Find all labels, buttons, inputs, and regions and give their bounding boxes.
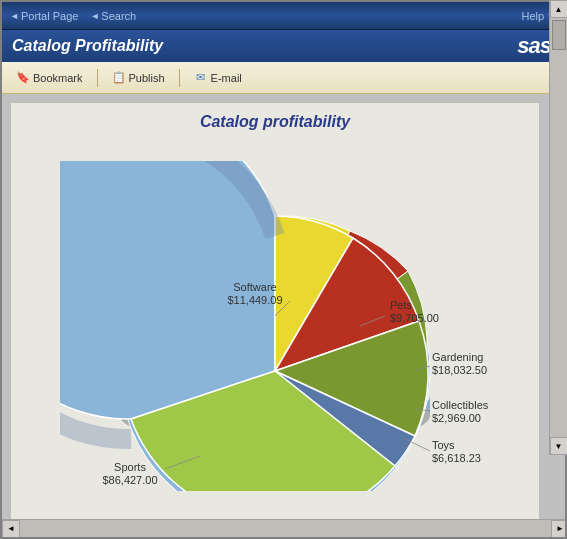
vertical-scrollbar[interactable]: ▲ ▼: [549, 94, 565, 455]
page-title: Catalog Profitability: [12, 37, 163, 55]
software-value: $11,449.09: [227, 294, 282, 306]
toys-label: Toys: [432, 439, 455, 451]
gardening-label: Gardening: [432, 351, 483, 363]
scroll-down-button[interactable]: ▼: [550, 437, 566, 455]
search-link[interactable]: ◄ Search: [90, 10, 136, 22]
content-row: Catalog profitability: [2, 94, 565, 519]
scroll-track-h: [20, 520, 551, 537]
sports-label: Sports: [114, 461, 146, 473]
gardening-value: $18,032.50: [432, 364, 487, 376]
software-label: Software: [233, 281, 276, 293]
bookmark-icon: 🔖: [16, 71, 30, 85]
collectibles-value: $2,969.00: [432, 412, 481, 424]
email-icon: ✉: [194, 71, 208, 85]
portal-page-label[interactable]: Portal Page: [21, 10, 78, 22]
search-arrow-icon: ◄: [90, 11, 99, 21]
publish-label: Publish: [129, 72, 165, 84]
app-window: ◄ Portal Page ◄ Search Help ▼ Catalog Pr…: [0, 0, 567, 539]
portal-arrow-icon: ◄: [10, 11, 19, 21]
email-label: E-mail: [211, 72, 242, 84]
title-bar-nav-group: ◄ Portal Page ◄ Search: [10, 10, 136, 22]
app-title-bar: Catalog Profitability sas.: [2, 30, 565, 62]
chart-title: Catalog profitability: [21, 113, 529, 131]
sports-value: $86,427.00: [102, 474, 157, 486]
collectibles-label: Collectibles: [432, 399, 489, 411]
pie-chart-container: Software $11,449.09 Pets $9,705.00 Garde…: [21, 146, 529, 506]
toys-value: $6,618.23: [432, 452, 481, 464]
title-bar: ◄ Portal Page ◄ Search Help ▼: [2, 2, 565, 30]
help-label[interactable]: Help: [521, 10, 544, 22]
scroll-left-button[interactable]: ◄: [2, 520, 20, 538]
chart-area: Catalog profitability: [10, 102, 540, 519]
main-area: Catalog profitability: [2, 94, 565, 519]
bookmark-label: Bookmark: [33, 72, 83, 84]
toolbar-divider-2: [179, 69, 180, 87]
publish-button[interactable]: 📋 Publish: [106, 69, 171, 87]
toolbar-divider-1: [97, 69, 98, 87]
email-button[interactable]: ✉ E-mail: [188, 69, 248, 87]
portal-page-link[interactable]: ◄ Portal Page: [10, 10, 78, 22]
pie-chart: Software $11,449.09 Pets $9,705.00 Garde…: [60, 161, 490, 491]
pets-label: Pets: [390, 299, 413, 311]
publish-icon: 📋: [112, 71, 126, 85]
toolbar: 🔖 Bookmark 📋 Publish ✉ E-mail: [2, 62, 565, 94]
bookmark-button[interactable]: 🔖 Bookmark: [10, 69, 89, 87]
scroll-right-button[interactable]: ►: [551, 520, 567, 538]
search-label[interactable]: Search: [101, 10, 136, 22]
pets-value: $9,705.00: [390, 312, 439, 324]
horizontal-scrollbar[interactable]: ◄ ►: [2, 519, 567, 537]
